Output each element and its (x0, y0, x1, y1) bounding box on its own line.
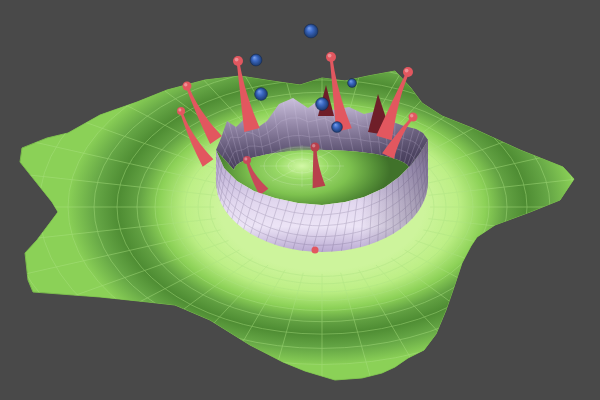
spike-droplet-tip (233, 56, 243, 66)
droplet (250, 54, 262, 66)
spike-droplet-tip (311, 143, 320, 152)
spike-tip-highlight (312, 144, 315, 147)
spike-droplet-tip (312, 247, 319, 254)
spike-tip-highlight (328, 54, 332, 58)
droplet (332, 122, 343, 133)
spike-droplet-tip (326, 52, 336, 62)
spike-droplet-tip (403, 67, 413, 77)
spike-droplet-tip (243, 156, 251, 164)
spike-tip-highlight (405, 69, 409, 73)
droplet (348, 79, 357, 88)
spike-tip-highlight (184, 83, 187, 86)
viewport-3d[interactable] (0, 0, 600, 400)
droplet (316, 98, 329, 111)
spike-tip-highlight (244, 157, 247, 160)
crown-splash-render (0, 0, 600, 400)
spike-tip-highlight (178, 108, 181, 111)
spike-droplet-tip (177, 107, 185, 115)
spike-tip-highlight (410, 114, 413, 117)
spike-tip-highlight (235, 58, 239, 62)
droplet (304, 24, 318, 38)
droplet (255, 88, 268, 101)
spike-droplet-tip (183, 82, 192, 91)
spike-droplet-tip (409, 113, 418, 122)
